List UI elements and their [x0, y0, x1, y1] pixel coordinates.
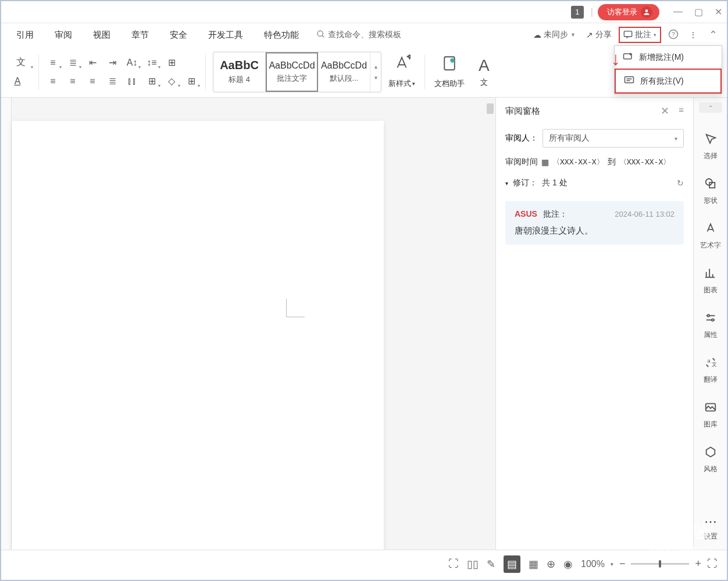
svg-text:✦: ✦ [406, 55, 411, 61]
fullscreen-button[interactable]: ⛶ [448, 558, 459, 570]
revision-row[interactable]: ▾ 修订： 共 1 处 ↻ [496, 172, 693, 194]
bullet-list-button[interactable]: ≡▾ [45, 55, 61, 71]
vertical-ruler[interactable] [1, 98, 12, 550]
divider: | [591, 7, 593, 17]
spacing-button[interactable]: ⊞▾ [144, 73, 160, 89]
calendar-icon[interactable]: ▦ [541, 157, 549, 167]
menu-chapter[interactable]: 章节 [121, 26, 159, 44]
panel-close-button[interactable]: ✕ [661, 105, 669, 117]
maximize-button[interactable]: ▢ [694, 6, 703, 17]
refresh-button[interactable]: ↻ [677, 178, 684, 188]
help-button[interactable]: ? [665, 27, 682, 44]
reviewer-label: 审阅人： [505, 133, 538, 144]
close-button[interactable]: ✕ [715, 6, 722, 17]
document-scrollbar[interactable] [485, 98, 495, 550]
rail-settings[interactable]: ⋯ 设置 [704, 506, 718, 550]
menu-features[interactable]: 特色功能 [254, 26, 309, 44]
new-style-icon: ✦ [393, 55, 411, 76]
page-view-button[interactable]: ▤ [504, 555, 520, 573]
zoom-in-button[interactable]: + [695, 558, 701, 570]
zoom-out-button[interactable]: − [619, 558, 626, 570]
rail-translate[interactable]: a文 翻译 [704, 348, 718, 393]
revision-label: 修订： [513, 178, 537, 188]
menu-security[interactable]: 安全 [159, 26, 198, 44]
reviewer-select[interactable]: 所有审阅人 ▾ [543, 129, 684, 148]
zoom-value[interactable]: 100% [581, 559, 605, 569]
doc-helper-button[interactable]: 文档助手 [427, 55, 472, 89]
minimize-button[interactable]: — [673, 6, 683, 17]
new-annotation-item[interactable]: 新增批注(M) [615, 46, 722, 69]
align-justify-button[interactable]: ≣ [104, 73, 120, 89]
menu-view[interactable]: 视图 [83, 26, 121, 44]
outdent-button[interactable]: ⇤ [84, 55, 101, 71]
more-button[interactable]: ⋮ [686, 28, 701, 42]
menu-reference[interactable]: 引用 [6, 26, 44, 44]
font-size-button[interactable]: A↕▾ [124, 55, 140, 71]
edit-button[interactable]: ✎ [487, 558, 495, 571]
collapse-ribbon-button[interactable]: ⌃ [704, 28, 722, 41]
new-style-button[interactable]: ✦ 新样式▾ [381, 55, 422, 89]
annotation-dropdown: ↓ 新增批注(M) 所有批注(V) [614, 45, 722, 94]
rail-wordart[interactable]: 艺术字 [700, 214, 721, 259]
chevron-down-icon: ▾ [675, 135, 677, 142]
align-left-button[interactable]: ≡ [45, 73, 61, 89]
sync-status[interactable]: ☁ 未同步 ▼ [530, 27, 579, 42]
comment-author: ASUS [515, 209, 537, 218]
text-direction-button[interactable]: 文▾ [9, 55, 33, 71]
all-annotations-item[interactable]: 所有批注(V) [615, 69, 722, 94]
scroll-thumb[interactable] [487, 103, 494, 114]
text-tool-button[interactable]: A 文 [472, 56, 492, 88]
annotate-button[interactable]: 批注 ▾ [619, 27, 661, 43]
line-spacing-button[interactable]: ↕≡▾ [144, 55, 160, 71]
style-default[interactable]: AaBbCcDd 默认段... [318, 52, 370, 92]
distribute-button[interactable]: ⫿⫿ [124, 73, 140, 89]
fit-button[interactable]: ⛶ [707, 558, 718, 570]
rail-shapes[interactable]: 形状 [704, 169, 718, 214]
document-page[interactable] [12, 121, 384, 550]
focus-view-button[interactable]: ◉ [563, 558, 573, 571]
shading-button[interactable]: ◇▾ [163, 73, 180, 89]
help-icon: ? [668, 29, 679, 41]
align-center-button[interactable]: ≡ [65, 73, 81, 89]
menu-review[interactable]: 审阅 [44, 26, 83, 44]
sync-label: 未同步 [544, 30, 568, 40]
rail-scroll-up[interactable]: ⌃ [699, 102, 722, 113]
titlebar: 1 | 访客登录 — ▢ ✕ [1, 1, 727, 23]
date-from: 〈XXX-XX-X〉 [552, 157, 604, 167]
menubar: 引用 审阅 视图 章节 安全 开发工具 特色功能 查找命令、搜索模板 ☁ 未同步… [1, 23, 727, 46]
rail-style[interactable]: 风格 [704, 437, 718, 482]
outline-view-button[interactable]: ▦ [529, 558, 538, 571]
rail-select[interactable]: 选择 [704, 124, 718, 169]
comment-card[interactable]: ASUS 批注： 2024-06-11 13:02 唐朝浪漫主义诗人。 [505, 201, 684, 245]
guest-login-button[interactable]: 访客登录 [598, 4, 659, 20]
share-button[interactable]: ↗ 分享 [583, 27, 615, 42]
dropdown-icon: ▼ [570, 32, 576, 38]
gallery-scroll[interactable]: ▴ ▾ [370, 52, 381, 92]
panel-menu-button[interactable]: ≡ [679, 105, 684, 117]
align-right-button[interactable]: ≡ [84, 73, 101, 89]
font-color-button[interactable]: A [9, 73, 26, 89]
svg-text:a: a [707, 358, 711, 364]
new-annotation-label: 新增批注(M) [639, 52, 684, 63]
search-command[interactable]: 查找命令、搜索模板 [316, 30, 401, 41]
web-view-button[interactable]: ⊕ [547, 558, 555, 571]
rail-properties[interactable]: 属性 [704, 303, 718, 348]
zoom-thumb[interactable] [659, 560, 661, 568]
svg-rect-3 [624, 31, 631, 36]
indent-button[interactable]: ⇥ [104, 55, 120, 71]
style-heading4[interactable]: AaBbC 标题 4 [213, 52, 266, 92]
zoom-slider[interactable] [631, 563, 689, 565]
borders-button[interactable]: ⊞▾ [183, 73, 199, 89]
sort-button[interactable]: ⊞ [163, 55, 180, 71]
rail-chart[interactable]: 图表 [704, 259, 718, 303]
reading-view-button[interactable]: ▯▯ [467, 558, 479, 571]
toolbar: 文▾ A ≡▾ ≣▾ ⇤ ⇥ A↕▾ ↕≡▾ ⊞ ≡ ≡ ≡ ≣ ⫿⫿ ⊞▾ ◇… [1, 46, 727, 98]
rail-gallery[interactable]: 图库 [704, 393, 718, 437]
style-name: 批注文字 [277, 73, 307, 84]
style-comment-text[interactable]: AaBbCcDd 批注文字 [266, 52, 318, 92]
panel-header: 审阅窗格 ✕ ≡ [496, 98, 693, 124]
panel-title: 审阅窗格 [505, 106, 540, 117]
number-list-button[interactable]: ≣▾ [65, 55, 81, 71]
menu-devtools[interactable]: 开发工具 [198, 26, 254, 44]
chart-icon [704, 267, 717, 283]
